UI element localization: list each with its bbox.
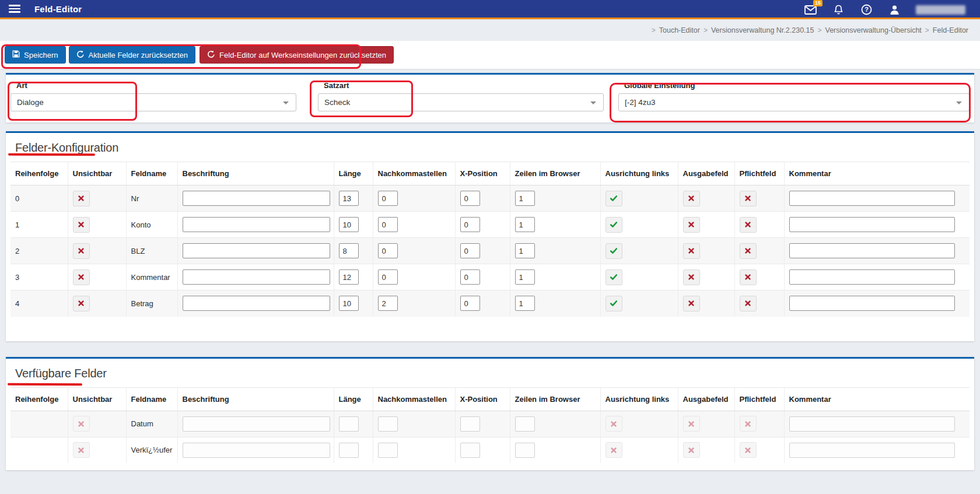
laenge-input bbox=[339, 416, 359, 432]
pflichtfeld-x-toggle[interactable] bbox=[740, 217, 757, 233]
unsichtbar-x-toggle[interactable] bbox=[73, 296, 90, 311]
beschriftung-input[interactable] bbox=[183, 269, 330, 285]
kommentar-input[interactable] bbox=[789, 191, 955, 206]
zeilen-im-browser-input[interactable] bbox=[515, 191, 535, 206]
globale-einstellung-select[interactable]: [-2] 4zu3 bbox=[618, 93, 970, 111]
reihenfolge-value: 2 bbox=[15, 247, 19, 255]
ausrichtung-links-check-toggle[interactable] bbox=[606, 243, 622, 259]
unsichtbar-x-toggle[interactable] bbox=[73, 191, 90, 206]
filters-panel: Art Dialoge Satzart Scheck Globale Einst… bbox=[6, 73, 974, 122]
hamburger-menu-icon[interactable] bbox=[9, 5, 20, 13]
zeilen-im-browser-input[interactable] bbox=[515, 296, 535, 311]
reihenfolge-value: 1 bbox=[15, 220, 19, 229]
factory-reset-button[interactable]: Feld-Editor auf Werkseinstellungen zurüc… bbox=[200, 46, 394, 64]
zeilen-im-browser-input[interactable] bbox=[515, 269, 535, 285]
x-position-input[interactable] bbox=[460, 191, 480, 206]
table-row: 1Konto bbox=[10, 212, 970, 238]
ausgabefeld-x-toggle[interactable] bbox=[683, 243, 700, 259]
feldname-value: Kommentar bbox=[131, 273, 170, 282]
ausrichtung-links-check-toggle[interactable] bbox=[606, 217, 622, 233]
x-position-input[interactable] bbox=[460, 217, 480, 232]
satzart-select[interactable]: Scheck bbox=[318, 93, 604, 111]
beschriftung-input[interactable] bbox=[183, 243, 330, 258]
notifications-bell-icon[interactable] bbox=[832, 3, 845, 16]
user-icon[interactable] bbox=[888, 3, 901, 16]
x-position-input[interactable] bbox=[460, 269, 480, 285]
help-icon[interactable]: ? bbox=[860, 3, 873, 16]
laenge-input[interactable] bbox=[339, 217, 359, 232]
laenge-input[interactable] bbox=[339, 296, 359, 311]
breadcrumb-item-touch-editor[interactable]: Touch-Editor bbox=[659, 26, 700, 34]
art-select[interactable]: Dialoge bbox=[10, 93, 296, 111]
nachkommastellen-input bbox=[378, 443, 398, 458]
beschriftung-input[interactable] bbox=[183, 296, 330, 311]
column-header: Länge bbox=[334, 387, 373, 411]
beschriftung-input bbox=[183, 443, 330, 458]
art-label: Art bbox=[16, 81, 296, 90]
reset-current-fields-button[interactable]: Aktuelle Felder zurücksetzten bbox=[69, 46, 196, 64]
ausgabefeld-x-toggle[interactable] bbox=[683, 296, 700, 311]
save-button[interactable]: Speichern bbox=[5, 46, 66, 64]
kommentar-input[interactable] bbox=[789, 243, 955, 258]
ausgabefeld-x-toggle[interactable] bbox=[683, 191, 700, 206]
breadcrumb: > Touch-Editor > Versionsverwaltung Nr.2… bbox=[652, 26, 968, 34]
x-position-input[interactable] bbox=[460, 243, 480, 258]
pflichtfeld-x-toggle[interactable] bbox=[740, 296, 757, 311]
ausgabefeld-x-toggle[interactable] bbox=[683, 269, 700, 285]
laenge-input[interactable] bbox=[339, 269, 359, 285]
nachkommastellen-input[interactable] bbox=[378, 217, 398, 232]
kommentar-input[interactable] bbox=[789, 296, 955, 311]
breadcrumb-item-versionsverwaltung-uebersicht[interactable]: Versionsverwaltung-Übersicht bbox=[825, 26, 921, 34]
column-header: Ausrichtung links bbox=[600, 387, 678, 411]
zeilen-im-browser-input[interactable] bbox=[515, 217, 535, 232]
kommentar-input[interactable] bbox=[789, 217, 955, 232]
mail-icon[interactable]: 15 bbox=[804, 3, 817, 16]
laenge-input[interactable] bbox=[339, 243, 359, 258]
breadcrumb-row: > Touch-Editor > Versionsverwaltung Nr.2… bbox=[0, 19, 980, 41]
breadcrumb-item-versionsverwaltung[interactable]: Versionsverwaltung Nr.2.230.15 bbox=[711, 26, 814, 34]
table-row: 0Nr bbox=[10, 185, 970, 212]
unsichtbar-x-toggle[interactable] bbox=[73, 217, 90, 233]
satzart-label: Satzart bbox=[324, 81, 604, 90]
beschriftung-input[interactable] bbox=[183, 191, 330, 206]
recycle-icon bbox=[76, 50, 85, 60]
breadcrumb-item-feld-editor: Feld-Editor bbox=[933, 26, 968, 34]
nachkommastellen-input[interactable] bbox=[378, 243, 398, 258]
username-redacted[interactable] bbox=[916, 5, 965, 15]
ausgabefeld-x-toggle[interactable] bbox=[683, 217, 700, 233]
laenge-input[interactable] bbox=[339, 191, 359, 206]
kommentar-input bbox=[789, 443, 955, 458]
globale-einstellung-label: Globale Einstellung bbox=[624, 81, 970, 90]
unsichtbar-x-toggle[interactable] bbox=[73, 269, 90, 285]
kommentar-input[interactable] bbox=[789, 269, 955, 285]
ausrichtung-links-check-toggle[interactable] bbox=[606, 191, 622, 206]
save-icon bbox=[12, 50, 20, 59]
nachkommastellen-input[interactable] bbox=[378, 296, 398, 311]
ausrichtung-links-check-toggle[interactable] bbox=[606, 296, 622, 311]
column-header: Reihenfolge bbox=[10, 387, 68, 411]
beschriftung-input[interactable] bbox=[183, 217, 330, 232]
pflichtfeld-x-toggle[interactable] bbox=[740, 191, 757, 206]
column-header: Reihenfolge bbox=[10, 162, 68, 185]
feldname-value: Betrag bbox=[131, 299, 153, 308]
section-title-verfuegbare-felder: Verfügbare Felder bbox=[15, 367, 970, 380]
unsichtbar-x-toggle[interactable] bbox=[73, 243, 90, 259]
ausrichtung-links-check-toggle[interactable] bbox=[606, 269, 622, 285]
nachkommastellen-input[interactable] bbox=[378, 191, 398, 206]
reihenfolge-value: 3 bbox=[15, 273, 19, 282]
zeilen-im-browser-input[interactable] bbox=[515, 243, 535, 258]
reihenfolge-value: 4 bbox=[15, 299, 19, 308]
pflichtfeld-x-toggle[interactable] bbox=[740, 243, 757, 259]
x-position-input[interactable] bbox=[460, 296, 480, 311]
pflichtfeld-x-toggle[interactable] bbox=[740, 269, 757, 285]
zeilen-im-browser-input bbox=[515, 416, 535, 432]
laenge-input bbox=[339, 443, 359, 458]
pflichtfeld-x-toggle bbox=[740, 442, 757, 458]
column-header: Unsichtbar bbox=[68, 162, 126, 185]
top-navbar: Feld-Editor 15 ? bbox=[0, 0, 980, 19]
table-row: 2BLZ bbox=[10, 238, 970, 264]
nachkommastellen-input[interactable] bbox=[378, 269, 398, 285]
ausrichtung-links-x-toggle bbox=[606, 416, 622, 432]
recycle-icon bbox=[207, 50, 215, 60]
column-header: Ausgabefeld bbox=[678, 387, 734, 411]
